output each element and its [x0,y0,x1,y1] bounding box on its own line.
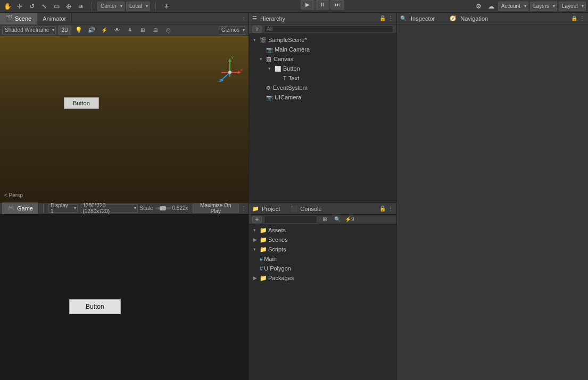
maincamera-label: Main Camera [275,46,310,53]
pivot-local-dropdown[interactable]: Local [126,2,150,11]
collab-icon-btn[interactable]: ⚙ [474,1,484,12]
transform-tool-btn[interactable]: ⊕ [63,1,74,12]
layout-dropdown[interactable]: Layout [559,2,586,11]
game-view-content: Button [0,214,249,381]
account-group: ⚙ ☁ Account Layers Layout [474,1,586,12]
project-lock-icon[interactable]: 🔓 [379,206,386,212]
rotate-tool-btn[interactable]: ↺ [27,1,37,12]
hier-item-eventsystem[interactable]: ⚙ EventSystem [249,83,396,92]
game-more-icon[interactable]: ⋮ [241,205,246,211]
inspector-more-icon[interactable]: ⋮ [579,15,585,21]
text-icon: T [283,75,286,81]
hierarchy-add-btn[interactable]: + [252,26,262,33]
display-dropdown[interactable]: Display 1 [48,204,78,213]
tab-scene[interactable]: 🎬 Scene [0,13,37,24]
scene-tab-bar: 🎬 Scene Animator ⋮ [0,13,249,24]
custom-tool-btn[interactable]: ≋ [76,1,86,12]
account-dropdown[interactable]: Account [498,2,528,11]
audio-btn[interactable]: 🔊 [86,25,97,36]
assets-folder-icon: 📁 [260,227,267,234]
rect-tool-btn[interactable]: ▭ [51,1,62,12]
scene-toolbar: Shaded Wireframe 2D 💡 🔊 ⚡ 👁 # ⊞ ⊟ ◎ Gizm… [0,24,249,36]
inspector-content [397,24,588,380]
inspector-lock-icon[interactable]: 🔒 [571,15,577,21]
tool-buttons: ✋ ✛ ↺ ⤡ ▭ ⊕ ≋ [2,1,86,12]
right-panel: 🔍 Inspector 🧭 Navigation 🔒 ⋮ [397,13,588,380]
hierarchy-panel: ☰ Hierarchy 🔓 ⋮ + ▾ 🎬 SampleScene* [249,13,396,203]
project-search-input[interactable] [264,216,317,223]
scale-slider-thumb[interactable] [160,206,166,210]
proj-item-uipolygon-script[interactable]: # UIPolygon [249,264,396,273]
button-icon: ⬜ [275,66,281,72]
proj-item-main-script[interactable]: # Main [249,254,396,264]
layers-dropdown[interactable]: Layers [530,2,557,11]
packages-folder-icon: 📁 [260,275,267,282]
hier-item-samplescene[interactable]: ▾ 🎬 SampleScene* [249,35,396,45]
navigation-title[interactable]: Navigation [460,15,488,22]
canvas-label: Canvas [274,56,293,62]
fx-btn[interactable]: ⚡ [99,25,110,36]
hier-item-text[interactable]: T Text [249,73,396,83]
scripts-label: Scripts [268,246,286,252]
scripts-arrow: ▾ [253,247,259,252]
canvas-arrow: ▾ [260,56,265,62]
maximize-btn[interactable]: Maximize On Play [193,204,239,213]
2d-btn[interactable]: 2D [58,26,71,35]
project-search-btn[interactable]: 🔍 [332,214,343,225]
scale-label: Scale [140,205,153,211]
grid-btn[interactable]: # [125,25,135,36]
gizmos-dropdown[interactable]: Gizmos [219,26,246,35]
samplescene-arrow: ▾ [253,37,259,43]
step-button[interactable]: ⏭ [330,0,344,10]
hier-item-button[interactable]: ▾ ⬜ Button [249,64,396,73]
project-filter-btn[interactable]: ⊞ [319,214,330,225]
proj-item-packages[interactable]: ▶ 📁 Packages [249,273,396,283]
hidden-btn[interactable]: ◎ [163,25,173,36]
pause-button[interactable]: ⏸ [316,0,329,10]
pivot-buttons: Center Local [97,2,150,11]
scale-tool-btn[interactable]: ⤡ [39,1,49,12]
hierarchy-more-icon[interactable]: ⋮ [388,15,393,21]
shading-mode-dropdown[interactable]: Shaded Wireframe [2,26,56,35]
pivot-center-dropdown[interactable]: Center [97,2,125,11]
lighting-btn[interactable]: 💡 [73,25,84,36]
proj-item-scripts[interactable]: ▾ 📁 Scripts [249,244,396,254]
scale-slider-track[interactable] [155,207,171,209]
scene-tab-icon: 🎬 [5,15,13,22]
move-tool-btn[interactable]: ✛ [14,1,25,12]
inspector-tab-bar: 🔍 Inspector 🧭 Navigation 🔒 ⋮ [397,13,588,24]
resolution-dropdown[interactable]: 1280*720 (1280x720) [80,204,137,213]
scene-button-preview: Button [64,97,99,109]
snap-btn[interactable]: ⊞ [137,25,148,36]
project-add-btn[interactable]: + [252,216,262,223]
separator-2 [155,2,156,11]
scale-slider-group: 0.522x [155,205,188,211]
proj-item-assets[interactable]: ▾ 📁 Assets [249,225,396,235]
snap2-btn[interactable]: ⊟ [150,25,161,36]
play-button[interactable]: ▶ [301,0,314,10]
hier-item-uicamera[interactable]: 📷 UICamera [249,92,396,102]
scene-more-icon[interactable]: ⋮ [241,16,246,22]
project-content: ▾ 📁 Assets ▶ 📁 Scenes ▾ 📁 Scripts [249,224,396,380]
hand-tool-btn[interactable]: ✋ [2,1,13,12]
hierarchy-lock-icon[interactable]: 🔓 [379,15,386,21]
proj-item-scenes[interactable]: ▶ 📁 Scenes [249,235,396,244]
svg-text:Y: Y [231,55,234,60]
project-more-icon[interactable]: ⋮ [388,206,393,212]
svg-line-4 [221,72,230,80]
game-tab-label: Game [17,205,33,212]
hier-item-maincamera[interactable]: 📷 Main Camera [249,45,396,54]
uipolygon-script-label: UIPolygon [264,265,291,272]
tab-game[interactable]: 🎮 Game [2,202,39,214]
hierarchy-search-input[interactable] [264,26,393,33]
inspector-title[interactable]: Inspector [411,15,435,22]
cloud-icon-btn[interactable]: ☁ [486,1,496,12]
persp-label: < Persp [4,192,23,198]
inspector-header-icons: 🔒 ⋮ [571,15,585,21]
custom2-btn[interactable]: ⁜ [161,1,172,12]
scenes-folder-icon: 📁 [260,237,267,243]
tab-animator[interactable]: Animator [37,13,72,24]
scene-view-btn[interactable]: 👁 [112,25,122,36]
scene-content: Button X Y Z < [0,36,249,202]
hier-item-canvas[interactable]: ▾ 🖼 Canvas [249,54,396,64]
